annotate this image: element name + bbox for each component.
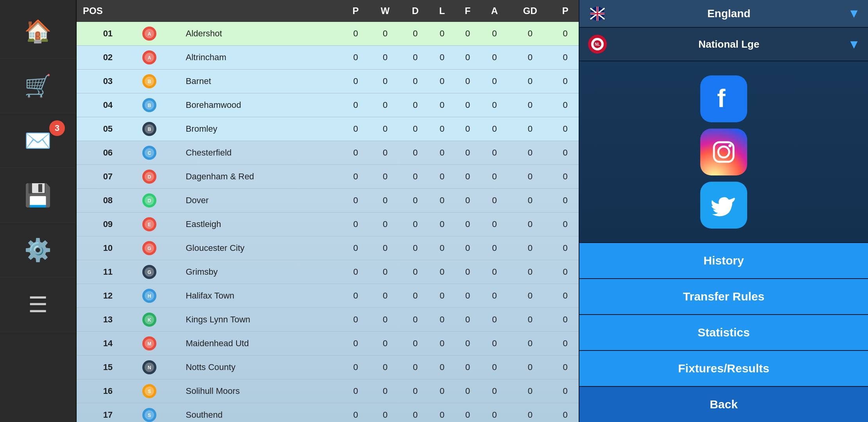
table-row[interactable]: 08 D Dover 0 0 0 0 0 0 0 0 — [77, 189, 579, 213]
fixtures-results-button[interactable]: Fixtures/Results — [579, 350, 868, 386]
goals-for-cell: 0 — [455, 46, 481, 70]
badge-cell: B — [139, 93, 183, 117]
team-name-cell: Notts County — [183, 356, 342, 379]
badge-cell: M — [139, 332, 183, 356]
home-icon: 🏠 — [24, 18, 52, 44]
sidebar-item-settings[interactable]: ⚙️ — [0, 223, 76, 277]
save-icon: 💾 — [24, 182, 52, 208]
svg-text:B: B — [147, 79, 151, 84]
table-row[interactable]: 07 D Dagenham & Red 0 0 0 0 0 0 0 0 — [77, 165, 579, 189]
won-cell: 0 — [369, 22, 402, 46]
position-cell: 04 — [77, 93, 139, 117]
statistics-button[interactable]: Statistics — [579, 314, 868, 350]
table-header: POS P W D L F A GD P — [77, 0, 579, 22]
team-badge-icon: M — [142, 336, 156, 350]
lost-cell: 0 — [429, 70, 455, 93]
points-cell: 0 — [552, 93, 579, 117]
won-cell: 0 — [369, 165, 402, 189]
lost-cell: 0 — [429, 117, 455, 141]
league-table[interactable]: POS P W D L F A GD P 01 — [77, 0, 579, 422]
goals-against-cell: 0 — [481, 308, 508, 332]
team-badge-icon: E — [142, 217, 156, 231]
played-cell: 0 — [342, 213, 369, 236]
goals-against-cell: 0 — [481, 236, 508, 260]
table-row[interactable]: 15 N Notts County 0 0 0 0 0 0 0 0 — [77, 356, 579, 379]
team-name-cell: Solihull Moors — [183, 379, 342, 403]
table-row[interactable]: 06 C Chesterfield 0 0 0 0 0 0 0 0 — [77, 141, 579, 165]
team-name-cell: Altrincham — [183, 46, 342, 70]
played-cell: 0 — [342, 165, 369, 189]
team-name-cell: Chesterfield — [183, 141, 342, 165]
drawn-cell: 0 — [401, 236, 429, 260]
table-row[interactable]: 02 A Altrincham 0 0 0 0 0 0 0 0 — [77, 46, 579, 70]
league-selector[interactable]: NL National Lge ▼ — [579, 28, 868, 61]
played-header: P — [342, 0, 369, 22]
sidebar-item-menu[interactable]: ☰ — [0, 277, 76, 332]
table-row[interactable]: 16 S Solihull Moors 0 0 0 0 0 0 0 0 — [77, 379, 579, 403]
table-row[interactable]: 05 B Bromley 0 0 0 0 0 0 0 0 — [77, 117, 579, 141]
drawn-cell: 0 — [401, 70, 429, 93]
sidebar-item-shop[interactable]: 🛒 — [0, 59, 76, 113]
team-name-cell: Kings Lynn Town — [183, 308, 342, 332]
badge-header — [139, 0, 183, 22]
team-badge-icon: S — [142, 408, 156, 422]
history-button[interactable]: History — [579, 242, 868, 278]
goals-against-cell: 0 — [481, 165, 508, 189]
standings-table: POS P W D L F A GD P 01 — [77, 0, 579, 422]
goals-against-cell: 0 — [481, 70, 508, 93]
goals-for-cell: 0 — [455, 93, 481, 117]
sidebar-item-save[interactable]: 💾 — [0, 168, 76, 223]
team-badge-icon: C — [142, 146, 156, 160]
svg-text:H: H — [147, 293, 151, 299]
table-row[interactable]: 10 G Gloucester City 0 0 0 0 0 0 0 0 — [77, 236, 579, 260]
sidebar-item-home[interactable]: 🏠 — [0, 4, 76, 59]
badge-cell: N — [139, 356, 183, 379]
points-cell: 0 — [552, 356, 579, 379]
svg-text:S: S — [148, 413, 151, 418]
drawn-cell: 0 — [401, 93, 429, 117]
team-name-cell: Southend — [183, 403, 342, 422]
won-cell: 0 — [369, 403, 402, 422]
team-badge-icon: S — [142, 384, 156, 398]
won-cell: 0 — [369, 189, 402, 213]
team-badge-icon: N — [142, 360, 156, 374]
table-row[interactable]: 03 B Barnet 0 0 0 0 0 0 0 0 — [77, 70, 579, 93]
table-row[interactable]: 01 A Aldershot 0 0 0 0 0 0 0 0 — [77, 22, 579, 46]
position-cell: 16 — [77, 379, 139, 403]
twitter-button[interactable] — [700, 182, 747, 229]
table-row[interactable]: 11 G Grimsby 0 0 0 0 0 0 0 0 — [77, 260, 579, 284]
position-cell: 13 — [77, 308, 139, 332]
country-chevron-icon: ▼ — [848, 6, 860, 21]
badge-cell: D — [139, 189, 183, 213]
back-button[interactable]: Back — [579, 386, 868, 422]
instagram-button[interactable] — [700, 129, 747, 175]
drawn-cell: 0 — [401, 403, 429, 422]
position-cell: 06 — [77, 141, 139, 165]
table-row[interactable]: 09 E Eastleigh 0 0 0 0 0 0 0 0 — [77, 213, 579, 236]
played-cell: 0 — [342, 22, 369, 46]
table-row[interactable]: 04 B Borehamwood 0 0 0 0 0 0 0 0 — [77, 93, 579, 117]
badge-cell: C — [139, 141, 183, 165]
won-cell: 0 — [369, 213, 402, 236]
settings-icon: ⚙️ — [24, 237, 52, 263]
transfer-rules-button[interactable]: Transfer Rules — [579, 278, 868, 314]
goals-for-cell: 0 — [455, 260, 481, 284]
won-cell: 0 — [369, 379, 402, 403]
sidebar: 🏠 🛒 ✉️ 3 💾 ⚙️ ☰ — [0, 0, 77, 422]
table-row[interactable]: 12 H Halifax Town 0 0 0 0 0 0 0 0 — [77, 284, 579, 308]
team-badge-icon: K — [142, 313, 156, 327]
points-cell: 0 — [552, 308, 579, 332]
country-selector[interactable]: England ▼ — [579, 0, 868, 28]
table-row[interactable]: 17 S Southend 0 0 0 0 0 0 0 0 — [77, 403, 579, 422]
table-row[interactable]: 14 M Maidenhead Utd 0 0 0 0 0 0 0 0 — [77, 332, 579, 356]
won-cell: 0 — [369, 93, 402, 117]
lost-cell: 0 — [429, 284, 455, 308]
sidebar-item-mail[interactable]: ✉️ 3 — [0, 113, 76, 168]
goals-for-cell: 0 — [455, 284, 481, 308]
team-name-cell: Gloucester City — [183, 236, 342, 260]
table-row[interactable]: 13 K Kings Lynn Town 0 0 0 0 0 0 0 0 — [77, 308, 579, 332]
facebook-button[interactable]: f — [700, 75, 747, 122]
goal-diff-cell: 0 — [508, 308, 552, 332]
goals-against-cell: 0 — [481, 356, 508, 379]
badge-cell: K — [139, 308, 183, 332]
